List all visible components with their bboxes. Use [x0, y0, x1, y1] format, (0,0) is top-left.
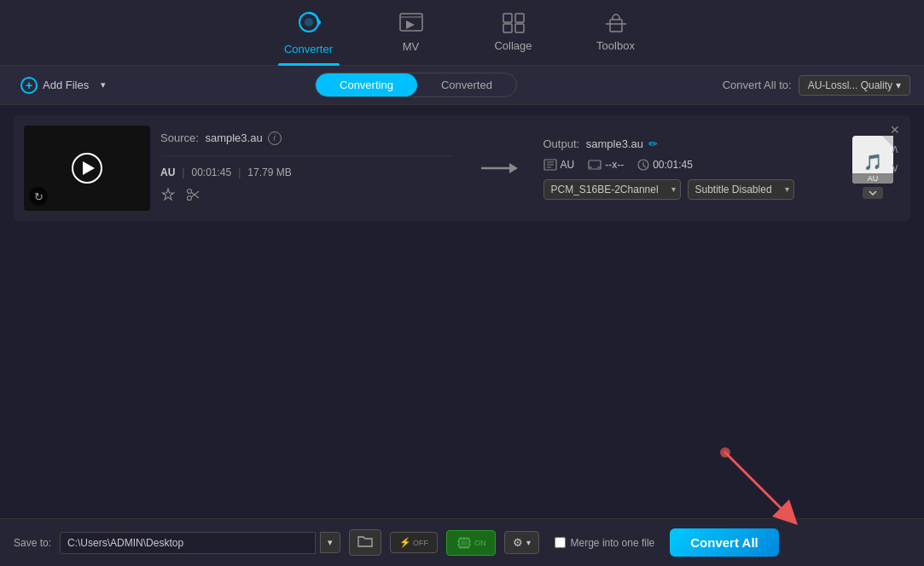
turbo-button[interactable]: ⚡ OFF: [390, 532, 438, 553]
toolbox-icon: [605, 13, 627, 36]
nav-item-toolbox[interactable]: Toolbox: [565, 0, 667, 66]
output-filename: sample3.au: [586, 137, 643, 150]
subtitle-select[interactable]: Subtitle Disabled: [688, 179, 794, 200]
save-to-label: Save to:: [14, 537, 51, 549]
output-section: Output: sample3.au ✏ AU: [543, 137, 836, 200]
on-label: ON: [474, 539, 486, 547]
format-ext-label: AU: [852, 173, 893, 184]
output-format-item: AU: [543, 159, 575, 171]
tab-converting[interactable]: Converting: [316, 73, 417, 96]
gear-icon: ⚙: [513, 536, 523, 549]
output-format: AU: [561, 159, 575, 171]
main-content: ↻ Source: sample3.au i AU | 00:01:45 | 1…: [0, 115, 924, 528]
convert-arrow: [463, 155, 533, 181]
convert-all-to-section: Convert All to: AU-Lossl... Quality ▾: [723, 75, 910, 96]
tab-group: Converting Converted: [315, 73, 517, 97]
scissors-icon[interactable]: [186, 187, 201, 206]
format-file-icon[interactable]: 🎵 AU: [852, 136, 893, 184]
converter-icon: [297, 10, 321, 39]
file-actions: [160, 187, 453, 206]
toolbox-label: Toolbox: [596, 39, 635, 52]
save-path-input[interactable]: [60, 532, 316, 554]
merge-label[interactable]: Merge into one file: [571, 537, 655, 549]
chevron-down-icon: ▾: [896, 79, 901, 91]
output-controls: PCM_S16BE-2Channel Subtitle Disabled: [543, 179, 836, 200]
nav-item-collage[interactable]: Collage: [462, 0, 565, 66]
convert-all-button[interactable]: Convert All: [670, 528, 778, 557]
svg-rect-3: [400, 14, 422, 31]
play-button[interactable]: [72, 153, 102, 184]
settings-caret-icon: ▾: [526, 538, 531, 547]
svg-point-1: [305, 18, 313, 26]
merge-checkbox[interactable]: [555, 537, 566, 548]
nav-item-converter[interactable]: Converter: [258, 0, 360, 66]
add-files-button[interactable]: + Add Files: [14, 73, 96, 97]
svg-line-13: [191, 191, 199, 197]
item-controls: ✕ ∧ ∨: [888, 122, 902, 175]
convert-all-to-label: Convert All to:: [723, 79, 792, 91]
svg-rect-5: [515, 14, 524, 22]
music-note-icon: 🎵: [863, 153, 882, 172]
subtitle-wrapper: Subtitle Disabled: [688, 179, 794, 200]
edit-icon[interactable]: ✏: [648, 137, 658, 150]
info-icon[interactable]: i: [268, 131, 282, 145]
collage-icon: [503, 13, 525, 36]
svg-point-11: [188, 195, 192, 200]
move-down-button[interactable]: ∨: [888, 160, 902, 175]
top-navigation: Converter MV Collage: [0, 0, 924, 66]
svg-line-12: [191, 192, 199, 198]
file-meta: AU | 00:01:45 | 17.79 MB: [160, 166, 453, 178]
converter-label: Converter: [284, 43, 333, 55]
file-source-info: Source: sample3.au i AU | 00:01:45 | 17.…: [160, 131, 453, 206]
output-duration-item: 00:01:45: [637, 159, 693, 171]
output-meta: AU --x-- 00:01:45: [543, 159, 836, 171]
collage-label: Collage: [494, 39, 532, 52]
merge-checkbox-group: Merge into one file: [555, 537, 655, 549]
close-item-button[interactable]: ✕: [888, 122, 902, 137]
output-label: Output: sample3.au: [543, 137, 643, 150]
file-item: ↻ Source: sample3.au i AU | 00:01:45 | 1…: [14, 115, 910, 221]
separator1: |: [182, 166, 184, 178]
settings-button[interactable]: ⚙ ▾: [504, 531, 539, 554]
svg-rect-8: [610, 20, 622, 32]
lightning-icon: ⚡: [399, 537, 411, 548]
svg-rect-6: [503, 24, 512, 32]
mv-label: MV: [403, 40, 420, 53]
svg-rect-7: [515, 24, 524, 32]
convert-format-button[interactable]: AU-Lossl... Quality ▾: [799, 75, 910, 96]
output-resolution-item: --x--: [588, 159, 624, 171]
source-label: Source: sample3.au: [160, 131, 263, 144]
off-label: OFF: [413, 539, 428, 547]
output-resolution: --x--: [605, 159, 624, 171]
source-filename: sample3.au: [205, 131, 262, 144]
add-files-label: Add Files: [43, 79, 89, 91]
format-dropdown-button[interactable]: [863, 187, 883, 201]
mv-icon: [399, 13, 423, 37]
svg-rect-4: [503, 14, 512, 22]
file-size: 17.79 MB: [247, 166, 291, 178]
rotate-badge: ↻: [29, 187, 48, 206]
source-header: Source: sample3.au i: [160, 131, 453, 145]
thumbnail: ↻: [24, 125, 150, 211]
audio-codec-wrapper: PCM_S16BE-2Channel: [543, 179, 681, 200]
output-header: Output: sample3.au ✏: [543, 137, 836, 150]
bottom-bar: Save to: ▾ ⚡ OFF ON ⚙ ▾ Merg: [0, 518, 924, 566]
svg-rect-25: [461, 540, 468, 546]
separator2: |: [238, 166, 241, 178]
svg-rect-23: [863, 187, 883, 199]
add-files-dropdown-button[interactable]: ▾: [97, 79, 109, 90]
output-duration: 00:01:45: [653, 159, 693, 171]
path-dropdown-button[interactable]: ▾: [320, 532, 340, 553]
format-label: AU-Lossl... Quality: [808, 79, 892, 91]
audio-codec-select[interactable]: PCM_S16BE-2Channel: [543, 179, 681, 200]
hardware-acceleration-button[interactable]: ON: [446, 530, 496, 556]
toolbar: + Add Files ▾ Converting Converted Conve…: [0, 66, 924, 105]
nav-item-mv[interactable]: MV: [360, 0, 462, 66]
tab-converted[interactable]: Converted: [417, 73, 516, 96]
open-folder-button[interactable]: [349, 529, 381, 556]
svg-marker-2: [318, 19, 321, 26]
plus-icon: +: [20, 77, 38, 94]
file-duration: 00:01:45: [191, 166, 231, 178]
move-up-button[interactable]: ∧: [888, 141, 902, 156]
star-icon[interactable]: [160, 187, 176, 206]
